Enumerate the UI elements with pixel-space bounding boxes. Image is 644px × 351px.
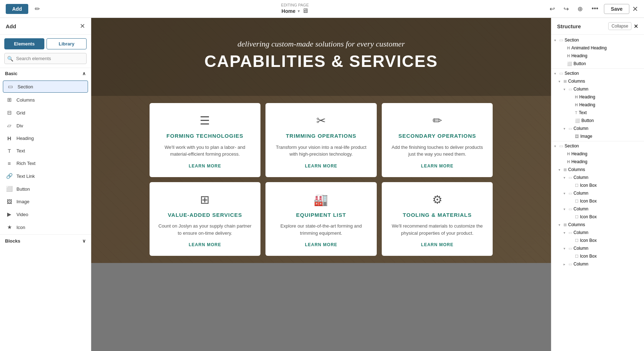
element-heading[interactable]: H Heading xyxy=(0,132,91,145)
tree-iconbox-5[interactable]: ▸ ☐ Icon Box xyxy=(551,252,644,260)
tree-columns-1[interactable]: ▾ ⊞ Columns xyxy=(551,77,644,85)
tree-column-8[interactable]: ▸ ▭ Column xyxy=(551,260,644,268)
tree-iconbox-1[interactable]: ▸ ☐ Icon Box xyxy=(551,181,644,189)
element-text[interactable]: T Text xyxy=(0,145,91,157)
tree-column-7[interactable]: ▾ ▭ Column xyxy=(551,244,644,252)
tree-heading-3[interactable]: ▸ H Heading xyxy=(551,101,644,109)
tree-columns-3[interactable]: ▾ ⊞ Columns xyxy=(551,221,644,229)
left-panel-header: Add ✕ xyxy=(0,18,91,35)
card-0[interactable]: ☰ FORMING TECHNOLOGIES We'll work with y… xyxy=(150,103,261,177)
tree-heading-5[interactable]: ▸ H Heading xyxy=(551,158,644,166)
search-input[interactable] xyxy=(4,53,87,64)
right-panel: Structure Collapse ✕ ▾ ▭ Section ▸ H Ani… xyxy=(551,18,644,351)
tree-label: Columns xyxy=(568,167,585,172)
edit-icon-button[interactable]: ✏ xyxy=(32,4,43,14)
tree-label: Column xyxy=(574,262,588,267)
tab-elements[interactable]: Elements xyxy=(4,38,44,49)
element-rich-text[interactable]: ≡ Rich Text xyxy=(0,157,91,170)
basic-collapse-icon[interactable]: ∧ xyxy=(82,71,86,76)
tree-label: Icon Box xyxy=(580,254,597,259)
card-5[interactable]: ⚙ TOOLING & MATERIALS We'll recommend ma… xyxy=(382,182,493,256)
tree-label: Section xyxy=(565,71,579,76)
element-label: Button xyxy=(16,186,30,192)
card-link-5[interactable]: LEARN MORE xyxy=(421,242,454,247)
layers-button[interactable]: ⊕ xyxy=(575,4,586,14)
card-2[interactable]: ✏ SECONDARY OPERATIONS Add the finishing… xyxy=(382,103,493,177)
element-button[interactable]: ⬜ Button xyxy=(0,182,91,195)
tree-iconbox-2[interactable]: ▸ ☐ Icon Box xyxy=(551,197,644,205)
desktop-icon[interactable]: 🖥 xyxy=(302,7,308,15)
tree-column-6[interactable]: ▾ ▭ Column xyxy=(551,229,644,237)
card-link-2[interactable]: LEARN MORE xyxy=(421,164,454,169)
tree-label: Heading xyxy=(579,94,595,99)
tree-section-1[interactable]: ▾ ▭ Section xyxy=(551,36,644,44)
tree-button-2[interactable]: ▸ ⬜ Button xyxy=(551,117,644,125)
page-dropdown-icon[interactable]: ▾ xyxy=(298,9,300,14)
heading-icon: H xyxy=(6,135,13,141)
tree-heading-4[interactable]: ▸ H Heading xyxy=(551,150,644,158)
left-panel: Add ✕ Elements Library 🔍 Basic ∧ ▭ Secti… xyxy=(0,18,91,351)
tree-column-3[interactable]: ▾ ▭ Column xyxy=(551,174,644,181)
tree-text-1[interactable]: ▸ T Text xyxy=(551,109,644,117)
tab-library[interactable]: Library xyxy=(47,38,87,49)
grid-icon: ⊟ xyxy=(6,109,13,116)
element-label: Icon xyxy=(16,225,25,230)
structure-title: Structure xyxy=(557,23,581,29)
tree-iconbox-4[interactable]: ▸ ☐ Icon Box xyxy=(551,237,644,244)
card-3[interactable]: ⊞ VALUE-ADDED SERVICES Count on Joslyn a… xyxy=(150,182,261,256)
tree-column-4[interactable]: ▾ ▭ Column xyxy=(551,189,644,197)
add-button[interactable]: Add xyxy=(6,4,28,14)
more-options-button[interactable]: ••• xyxy=(589,4,601,14)
tree-label: Icon Box xyxy=(580,199,597,204)
tree-label: Button xyxy=(574,61,586,66)
topbar: Add ✏ EDITING PAGE Home ▾ 🖥 ↩ ↪ ⊕ ••• Sa… xyxy=(0,0,644,18)
tree-column-2[interactable]: ▾ ▭ Column xyxy=(551,125,644,132)
card-link-0[interactable]: LEARN MORE xyxy=(189,164,221,169)
tree-section-2[interactable]: ▾ ▭ Section xyxy=(551,69,644,77)
tree-column-1[interactable]: ▾ ▭ Column xyxy=(551,85,644,93)
topbar-right: ↩ ↪ ⊕ ••• Save ✕ xyxy=(547,4,638,14)
element-label: Image xyxy=(16,199,29,204)
element-image[interactable]: 🖼 Image xyxy=(0,195,91,208)
card-icon-2: ✏ xyxy=(433,114,442,127)
card-desc-4: Explore our state-of-the-art forming and… xyxy=(274,223,368,237)
tree-heading-2[interactable]: ▸ H Heading xyxy=(551,93,644,101)
tree-label: Heading xyxy=(571,159,587,164)
redo-button[interactable]: ↪ xyxy=(561,4,572,14)
element-columns[interactable]: ⊞ Columns xyxy=(0,93,91,106)
element-icon[interactable]: ★ Icon xyxy=(0,221,91,234)
close-structure-button[interactable]: ✕ xyxy=(634,23,638,30)
tree-heading-1[interactable]: ▸ H Heading xyxy=(551,52,644,60)
tree-label: Column xyxy=(574,175,588,180)
tree-iconbox-3[interactable]: ▸ ☐ Icon Box xyxy=(551,213,644,221)
card-1[interactable]: ✂ TRIMMING OPERATIONS Transform your vis… xyxy=(265,103,377,177)
card-link-4[interactable]: LEARN MORE xyxy=(305,242,337,247)
tree-label: Columns xyxy=(568,222,585,227)
card-4[interactable]: 🏭 EQUIPMENT LIST Explore our state-of-th… xyxy=(265,182,377,256)
element-div[interactable]: ▱ Div xyxy=(0,119,91,132)
element-text-link[interactable]: 🔗 Text Link xyxy=(0,170,91,182)
tree-section-3[interactable]: ▾ ▭ Section xyxy=(551,142,644,150)
tree-button-1[interactable]: ▸ ⬜ Button xyxy=(551,60,644,68)
tree-image-1[interactable]: ▸ 🖼 Image xyxy=(551,132,644,140)
undo-button[interactable]: ↩ xyxy=(547,4,558,14)
tree-animated-heading[interactable]: ▸ H Animated Heading xyxy=(551,44,644,52)
collapse-button[interactable]: Collapse xyxy=(608,22,631,30)
card-link-1[interactable]: LEARN MORE xyxy=(305,164,337,169)
element-grid[interactable]: ⊟ Grid xyxy=(0,106,91,119)
element-section[interactable]: ▭ Section xyxy=(3,81,88,93)
element-label: Text xyxy=(16,148,25,153)
close-button[interactable]: ✕ xyxy=(632,5,638,13)
element-video[interactable]: ▶ Video xyxy=(0,208,91,221)
tree-label: Section xyxy=(565,38,579,43)
element-label: Text Link xyxy=(16,174,35,179)
cards-section: ☰ FORMING TECHNOLOGIES We'll work with y… xyxy=(91,96,551,263)
close-panel-button[interactable]: ✕ xyxy=(80,22,85,30)
card-link-3[interactable]: LEARN MORE xyxy=(189,242,221,247)
save-button[interactable]: Save xyxy=(604,4,629,14)
blocks-collapse-icon[interactable]: ∨ xyxy=(82,238,86,244)
tree-column-5[interactable]: ▾ ▭ Column xyxy=(551,205,644,213)
tree-columns-2[interactable]: ▾ ⊞ Columns xyxy=(551,166,644,174)
card-icon-4: 🏭 xyxy=(314,193,328,206)
right-panel-header: Structure Collapse ✕ xyxy=(551,18,644,35)
